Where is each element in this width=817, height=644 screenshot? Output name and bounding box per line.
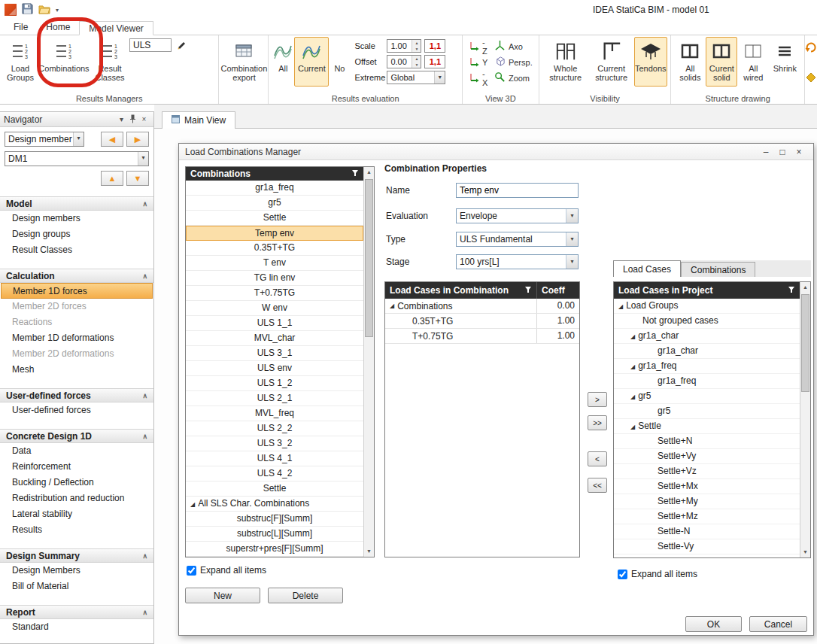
lc-row[interactable]: T+0.75TG 1.00 [385,329,579,344]
previous-member-button[interactable]: ◀ [101,132,123,147]
expand-marker-icon[interactable]: ◢ [390,302,394,309]
all-solids-button[interactable]: All solids [674,37,706,87]
type-arrow-icon[interactable]: ▾ [566,232,578,246]
add-button[interactable]: > [588,392,607,407]
navigator-close-icon[interactable]: × [138,115,150,123]
combination-row[interactable]: W env [186,301,363,316]
expand-marker-icon[interactable]: ◢ [630,363,635,370]
load-groups-button[interactable]: 123 Load Groups [3,37,38,87]
coeff-value[interactable]: 1.00 [536,314,579,328]
view-persp-button[interactable]: Persp. [491,54,536,70]
tree-group-row[interactable]: ◢gr1a_char [614,329,800,344]
nav-item-design-members[interactable]: Design members [0,211,153,226]
tendons-button[interactable]: Tendons [634,37,667,87]
combination-row[interactable]: substruc[L][Summ] [186,527,363,542]
combination-row[interactable]: superstr+pres[F][Summ] [186,542,363,557]
extreme-scope-dropdown[interactable]: Global ▾ [387,71,445,84]
edit-pencil-button[interactable] [174,38,190,52]
move-up-button[interactable]: ▲ [101,171,123,186]
evaluation-dropdown[interactable]: Envelope ▾ [456,208,579,223]
tree-item-row[interactable]: gr1a_char [614,344,800,359]
combination-row[interactable]: ULS 1_2 [186,376,363,391]
type-dropdown[interactable]: ULS Fundamental ▾ [456,232,579,247]
expand-all-checkbox-right[interactable] [618,570,627,579]
expand-all-checkbox-left[interactable] [187,566,196,576]
nav-section-header-report[interactable]: Report∧ [0,605,153,619]
offset-spinner[interactable]: 0.00 ▲▼ [387,55,421,68]
combination-row[interactable]: ULS 2_1 [186,391,363,406]
filter-icon[interactable] [524,285,532,296]
tab-main-view[interactable]: Main View [162,111,235,129]
nav-item-user-defined-forces[interactable]: User-defined forces [0,402,153,418]
extreme-scope-arrow-icon[interactable]: ▾ [434,71,445,84]
project-tree-scrollbar[interactable]: ▲ ▼ [800,282,810,557]
design-member-dropdown[interactable]: Design member ▾ [5,132,84,147]
tab-home[interactable]: Home [37,20,79,35]
result-classes-button[interactable]: 123 Result Classes [90,37,129,87]
whole-structure-button[interactable]: Whole structure [542,37,589,87]
combination-row[interactable]: ULS 3_1 [186,346,363,361]
coeff-value[interactable]: 0.00 [536,299,579,313]
tree-item-row[interactable]: gr1a_freq [614,374,800,389]
tree-item-row[interactable]: Settle-N [614,524,800,539]
scale-extreme-flag[interactable]: 1,1 [424,39,445,53]
nav-section-header-calculation[interactable]: Calculation∧ [0,269,153,283]
nav-item-bill-of-material[interactable]: Bill of Material [0,579,153,594]
diamond-icon[interactable] [806,72,816,85]
scroll-up-icon[interactable]: ▲ [800,282,810,293]
navigator-menu-icon[interactable]: ▾ [116,115,127,123]
nav-item-design-members-summary[interactable]: Design Members [0,563,153,579]
view-zoom-button[interactable]: Zoom [491,70,536,86]
scale-spinner[interactable]: 1.00 ▲▼ [387,39,421,53]
expand-marker-icon[interactable]: ◢ [630,393,635,400]
tree-item-row[interactable]: Settle+Mz [614,509,800,524]
nav-item-lateral-stability[interactable]: Lateral stability [0,506,153,522]
scrollbar-thumb[interactable] [801,294,809,392]
save-icon[interactable] [22,3,33,17]
stage-arrow-icon[interactable]: ▾ [566,255,578,269]
expand-marker-icon[interactable]: ◢ [190,501,195,508]
maximize-icon[interactable]: □ [774,147,791,157]
tree-group-row[interactable]: ◢Settle [614,419,800,434]
all-wired-button[interactable]: All wired [737,37,769,87]
combinations-button[interactable]: 123 Combinations [38,37,90,87]
view-neg-z-button[interactable]: -Z [466,38,491,54]
tree-group-row[interactable]: ◢Load Groups [614,299,800,314]
lc-row[interactable]: 0.35T+TG 1.00 [385,314,579,329]
combination-row[interactable]: T env [186,256,363,271]
tree-item-row[interactable]: Settle+My [614,494,800,509]
nav-item-standard[interactable]: Standard [0,619,153,635]
expand-marker-icon[interactable]: ◢ [618,303,623,310]
offset-extreme-flag[interactable]: 1,1 [424,55,445,68]
combinations-scrollbar[interactable]: ▲ ▼ [363,167,374,557]
filter-icon[interactable] [351,169,359,179]
scroll-up-icon[interactable]: ▲ [364,167,374,178]
combination-row[interactable]: TG lin env [186,271,363,286]
next-member-button[interactable]: ▶ [126,132,149,147]
redo-arrow-icon[interactable] [805,41,817,56]
ok-button[interactable]: OK [685,616,742,632]
combination-row[interactable]: Settle [186,211,363,226]
tree-item-row[interactable]: Settle+Vz [614,464,800,479]
expand-marker-icon[interactable]: ◢ [630,424,635,430]
move-down-button[interactable]: ▼ [126,171,149,186]
combination-export-button[interactable]: Combination export [222,37,266,87]
nav-section-header-model[interactable]: Model∧ [0,196,153,211]
add-all-button[interactable]: >> [588,415,607,430]
combination-row[interactable]: MVL_char [186,331,363,346]
pin-icon[interactable] [127,114,138,125]
combination-group-row[interactable]: ◢All SLS Char. Combinations [186,497,363,512]
coeff-value[interactable]: 1.00 [536,329,579,343]
tree-group-row[interactable]: ◢gr1a_freq [614,359,800,374]
nav-item-result-classes[interactable]: Result Classes [0,242,153,258]
nav-item-data[interactable]: Data [0,443,153,459]
evaluation-arrow-icon[interactable]: ▾ [566,209,578,223]
lc-group-row[interactable]: ◢Combinations 0.00 [385,299,579,314]
nav-section-header-concrete-design-1d[interactable]: Concrete Design 1D∧ [0,429,153,443]
combination-row[interactable]: T+0.75TG [186,286,363,301]
combination-row[interactable]: Settle [186,481,363,497]
tree-item-row[interactable]: Settle+Mx [614,479,800,494]
combination-row[interactable]: ULS 1_1 [186,316,363,331]
remove-all-button[interactable]: << [588,478,607,493]
result-class-field[interactable]: ULS [129,38,172,52]
